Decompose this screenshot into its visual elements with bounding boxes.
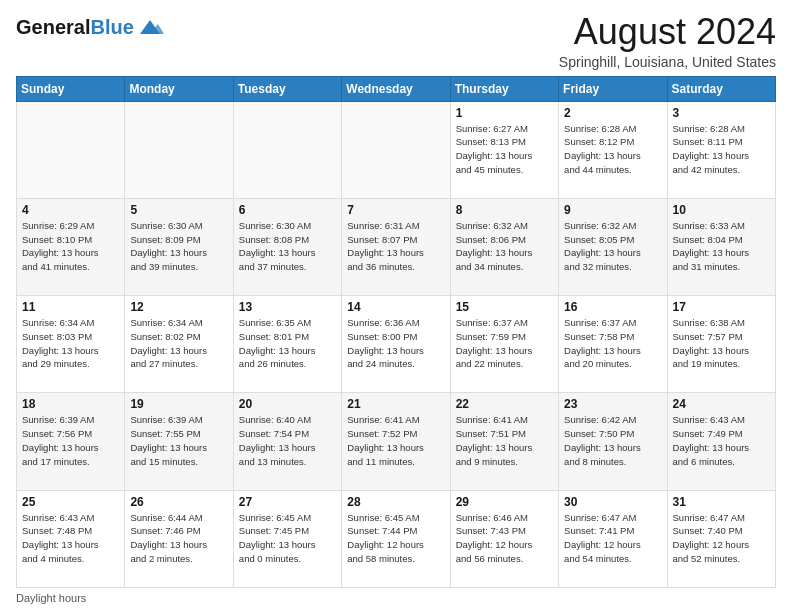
day-info: Sunrise: 6:33 AM Sunset: 8:04 PM Dayligh… [673,219,770,274]
day-number: 15 [456,300,553,314]
day-number: 13 [239,300,336,314]
day-number: 6 [239,203,336,217]
calendar-cell: 25Sunrise: 6:43 AM Sunset: 7:48 PM Dayli… [17,490,125,587]
calendar-cell: 18Sunrise: 6:39 AM Sunset: 7:56 PM Dayli… [17,393,125,490]
day-info: Sunrise: 6:36 AM Sunset: 8:00 PM Dayligh… [347,316,444,371]
calendar-cell: 28Sunrise: 6:45 AM Sunset: 7:44 PM Dayli… [342,490,450,587]
day-info: Sunrise: 6:38 AM Sunset: 7:57 PM Dayligh… [673,316,770,371]
day-number: 5 [130,203,227,217]
calendar-cell: 16Sunrise: 6:37 AM Sunset: 7:58 PM Dayli… [559,296,667,393]
day-info: Sunrise: 6:41 AM Sunset: 7:52 PM Dayligh… [347,413,444,468]
calendar-cell [342,101,450,198]
calendar-header-row: SundayMondayTuesdayWednesdayThursdayFrid… [17,76,776,101]
day-number: 19 [130,397,227,411]
logo: GeneralBlue [16,12,164,38]
day-number: 7 [347,203,444,217]
calendar-table: SundayMondayTuesdayWednesdayThursdayFrid… [16,76,776,588]
logo-line2: Blue [90,16,133,38]
day-info: Sunrise: 6:43 AM Sunset: 7:48 PM Dayligh… [22,511,119,566]
day-number: 23 [564,397,661,411]
day-number: 21 [347,397,444,411]
calendar-cell: 12Sunrise: 6:34 AM Sunset: 8:02 PM Dayli… [125,296,233,393]
day-info: Sunrise: 6:35 AM Sunset: 8:01 PM Dayligh… [239,316,336,371]
calendar-cell: 11Sunrise: 6:34 AM Sunset: 8:03 PM Dayli… [17,296,125,393]
day-number: 1 [456,106,553,120]
calendar-cell: 7Sunrise: 6:31 AM Sunset: 8:07 PM Daylig… [342,198,450,295]
header: GeneralBlue August 2024 Springhill, Loui… [16,12,776,70]
day-info: Sunrise: 6:46 AM Sunset: 7:43 PM Dayligh… [456,511,553,566]
calendar-body: 1Sunrise: 6:27 AM Sunset: 8:13 PM Daylig… [17,101,776,587]
day-info: Sunrise: 6:47 AM Sunset: 7:40 PM Dayligh… [673,511,770,566]
month-title: August 2024 [559,12,776,52]
location: Springhill, Louisiana, United States [559,54,776,70]
day-number: 4 [22,203,119,217]
day-info: Sunrise: 6:32 AM Sunset: 8:06 PM Dayligh… [456,219,553,274]
day-info: Sunrise: 6:30 AM Sunset: 8:09 PM Dayligh… [130,219,227,274]
day-number: 11 [22,300,119,314]
calendar-cell: 21Sunrise: 6:41 AM Sunset: 7:52 PM Dayli… [342,393,450,490]
day-number: 10 [673,203,770,217]
calendar-header-tuesday: Tuesday [233,76,341,101]
day-number: 2 [564,106,661,120]
day-number: 24 [673,397,770,411]
calendar-cell: 6Sunrise: 6:30 AM Sunset: 8:08 PM Daylig… [233,198,341,295]
footer-note: Daylight hours [16,592,776,604]
day-info: Sunrise: 6:28 AM Sunset: 8:12 PM Dayligh… [564,122,661,177]
day-info: Sunrise: 6:28 AM Sunset: 8:11 PM Dayligh… [673,122,770,177]
calendar-cell: 15Sunrise: 6:37 AM Sunset: 7:59 PM Dayli… [450,296,558,393]
day-info: Sunrise: 6:34 AM Sunset: 8:02 PM Dayligh… [130,316,227,371]
day-info: Sunrise: 6:43 AM Sunset: 7:49 PM Dayligh… [673,413,770,468]
calendar-header-monday: Monday [125,76,233,101]
calendar-header-friday: Friday [559,76,667,101]
calendar-cell: 2Sunrise: 6:28 AM Sunset: 8:12 PM Daylig… [559,101,667,198]
title-block: August 2024 Springhill, Louisiana, Unite… [559,12,776,70]
day-number: 12 [130,300,227,314]
day-info: Sunrise: 6:39 AM Sunset: 7:55 PM Dayligh… [130,413,227,468]
day-number: 27 [239,495,336,509]
calendar-week-row: 11Sunrise: 6:34 AM Sunset: 8:03 PM Dayli… [17,296,776,393]
calendar-cell: 24Sunrise: 6:43 AM Sunset: 7:49 PM Dayli… [667,393,775,490]
day-info: Sunrise: 6:31 AM Sunset: 8:07 PM Dayligh… [347,219,444,274]
calendar-cell: 3Sunrise: 6:28 AM Sunset: 8:11 PM Daylig… [667,101,775,198]
calendar-week-row: 1Sunrise: 6:27 AM Sunset: 8:13 PM Daylig… [17,101,776,198]
day-number: 26 [130,495,227,509]
day-info: Sunrise: 6:32 AM Sunset: 8:05 PM Dayligh… [564,219,661,274]
calendar-cell: 27Sunrise: 6:45 AM Sunset: 7:45 PM Dayli… [233,490,341,587]
page: GeneralBlue August 2024 Springhill, Loui… [0,0,792,612]
calendar-cell: 5Sunrise: 6:30 AM Sunset: 8:09 PM Daylig… [125,198,233,295]
day-number: 14 [347,300,444,314]
logo-text: GeneralBlue [16,16,134,38]
calendar-header-wednesday: Wednesday [342,76,450,101]
day-info: Sunrise: 6:27 AM Sunset: 8:13 PM Dayligh… [456,122,553,177]
calendar-cell: 30Sunrise: 6:47 AM Sunset: 7:41 PM Dayli… [559,490,667,587]
day-info: Sunrise: 6:40 AM Sunset: 7:54 PM Dayligh… [239,413,336,468]
calendar-week-row: 18Sunrise: 6:39 AM Sunset: 7:56 PM Dayli… [17,393,776,490]
calendar-header-saturday: Saturday [667,76,775,101]
calendar-cell: 8Sunrise: 6:32 AM Sunset: 8:06 PM Daylig… [450,198,558,295]
day-number: 17 [673,300,770,314]
day-info: Sunrise: 6:41 AM Sunset: 7:51 PM Dayligh… [456,413,553,468]
calendar-cell: 19Sunrise: 6:39 AM Sunset: 7:55 PM Dayli… [125,393,233,490]
day-number: 28 [347,495,444,509]
day-info: Sunrise: 6:45 AM Sunset: 7:44 PM Dayligh… [347,511,444,566]
calendar-week-row: 4Sunrise: 6:29 AM Sunset: 8:10 PM Daylig… [17,198,776,295]
calendar-cell: 31Sunrise: 6:47 AM Sunset: 7:40 PM Dayli… [667,490,775,587]
day-number: 20 [239,397,336,411]
calendar-week-row: 25Sunrise: 6:43 AM Sunset: 7:48 PM Dayli… [17,490,776,587]
day-number: 30 [564,495,661,509]
logo-icon [136,16,164,38]
calendar-cell: 9Sunrise: 6:32 AM Sunset: 8:05 PM Daylig… [559,198,667,295]
day-info: Sunrise: 6:30 AM Sunset: 8:08 PM Dayligh… [239,219,336,274]
calendar-header-thursday: Thursday [450,76,558,101]
day-info: Sunrise: 6:34 AM Sunset: 8:03 PM Dayligh… [22,316,119,371]
calendar-cell: 4Sunrise: 6:29 AM Sunset: 8:10 PM Daylig… [17,198,125,295]
day-number: 9 [564,203,661,217]
day-info: Sunrise: 6:42 AM Sunset: 7:50 PM Dayligh… [564,413,661,468]
calendar-cell: 26Sunrise: 6:44 AM Sunset: 7:46 PM Dayli… [125,490,233,587]
day-info: Sunrise: 6:45 AM Sunset: 7:45 PM Dayligh… [239,511,336,566]
calendar-cell [125,101,233,198]
calendar-cell: 10Sunrise: 6:33 AM Sunset: 8:04 PM Dayli… [667,198,775,295]
day-number: 18 [22,397,119,411]
day-info: Sunrise: 6:44 AM Sunset: 7:46 PM Dayligh… [130,511,227,566]
calendar-cell: 20Sunrise: 6:40 AM Sunset: 7:54 PM Dayli… [233,393,341,490]
